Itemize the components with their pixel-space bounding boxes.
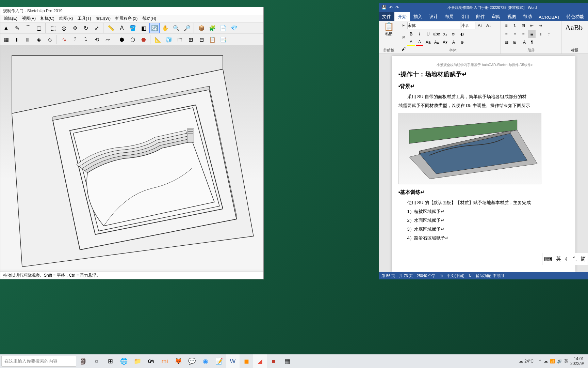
decrease-indent-button[interactable]: ⇤ bbox=[528, 22, 536, 29]
solid-tool-3[interactable]: ⬣ bbox=[138, 34, 149, 45]
font-color-button[interactable]: A bbox=[416, 39, 423, 46]
line-tool[interactable]: ✎ bbox=[12, 23, 22, 33]
font-size-select[interactable] bbox=[461, 22, 475, 29]
app-red-icon[interactable]: ■ bbox=[267, 354, 280, 368]
tray-onedrive-icon[interactable]: ☁ bbox=[544, 359, 548, 364]
tab-help[interactable]: 帮助 bbox=[520, 12, 535, 21]
tab-mailings[interactable]: 邮件 bbox=[473, 12, 488, 21]
status-lang[interactable]: 中文(中国) bbox=[447, 273, 464, 278]
word-taskbar-icon[interactable]: W bbox=[226, 354, 240, 368]
save-icon[interactable]: 💾 bbox=[381, 5, 387, 10]
menu-camera[interactable]: 相机(C) bbox=[38, 15, 56, 22]
cortana-icon[interactable]: ○ bbox=[90, 354, 103, 368]
bold-button[interactable]: B bbox=[407, 30, 415, 38]
bullets-button[interactable]: ≡ bbox=[503, 22, 510, 29]
select-tool[interactable]: ▲ bbox=[1, 23, 11, 33]
menu-window[interactable]: 窗口(W) bbox=[94, 15, 113, 22]
shading-button[interactable]: ▦ bbox=[503, 39, 510, 46]
menu-view[interactable]: 视图(V) bbox=[20, 15, 38, 22]
curve-tool-1[interactable]: ∿ bbox=[59, 34, 69, 45]
wechat-icon[interactable]: 💬 bbox=[185, 354, 199, 368]
component-tool-5[interactable]: ⊟ bbox=[196, 34, 207, 45]
tray-network-icon[interactable]: 📶 bbox=[550, 359, 555, 364]
paste-icon[interactable]: 📋 bbox=[381, 22, 397, 31]
sketchup-titlebar[interactable]: 观制作入门 - SketchUp Pro 2019 bbox=[0, 7, 263, 15]
tray-volume-icon[interactable]: 🔊 bbox=[557, 359, 562, 364]
tray-clock[interactable]: 14:01 2022/9/ bbox=[570, 356, 584, 366]
rectangle-tool[interactable]: ▢ bbox=[34, 23, 44, 33]
scale-tool[interactable]: ⤢ bbox=[92, 23, 102, 33]
zoom-extents-tool[interactable]: 🔎 bbox=[182, 23, 192, 33]
plugin-tool-1[interactable]: ▦ bbox=[1, 34, 11, 45]
store-icon[interactable]: 🛍 bbox=[144, 354, 158, 368]
component-tool-7[interactable]: 📑 bbox=[218, 34, 228, 45]
status-access[interactable]: 辅助功能: 不可用 bbox=[476, 273, 504, 278]
font-name-select[interactable] bbox=[407, 22, 460, 29]
style-preview[interactable]: AaBb bbox=[564, 22, 586, 33]
ime-moon-icon[interactable]: ☾ bbox=[565, 256, 570, 262]
tray-chevron-icon[interactable]: ⌃ bbox=[538, 359, 542, 364]
tab-insert[interactable]: 插入 bbox=[410, 12, 426, 21]
component-tool-3[interactable]: ⬚ bbox=[175, 34, 185, 45]
taskbar-app-icon[interactable]: 🗿 bbox=[76, 354, 90, 368]
plugin-tool-3[interactable]: ⫼ bbox=[23, 34, 33, 45]
orbit-tool[interactable]: 🔄 bbox=[149, 23, 160, 33]
eraser-tool[interactable]: ◧ bbox=[138, 23, 149, 33]
line-spacing-button[interactable]: ↕ bbox=[545, 30, 553, 38]
status-page[interactable]: 第 56 页，共 73 页 bbox=[381, 273, 413, 278]
paint-tool[interactable]: 🪣 bbox=[128, 23, 138, 33]
firefox-icon[interactable]: 🦊 bbox=[172, 354, 185, 368]
char-border-button[interactable]: ⊕ bbox=[458, 39, 466, 46]
arc-tool[interactable]: ⌒ bbox=[23, 23, 33, 33]
ime-floating-bar[interactable]: ⌨ 英 ☾ °, 简 bbox=[542, 253, 588, 265]
offset-tool[interactable]: ◎ bbox=[59, 23, 69, 33]
ruby-icon[interactable]: 💎 bbox=[229, 23, 239, 33]
ime-punct-icon[interactable]: °, bbox=[573, 256, 577, 262]
increase-indent-button[interactable]: ⇥ bbox=[537, 22, 544, 29]
sort-button[interactable]: ↓A bbox=[520, 39, 527, 46]
zoom-tool[interactable]: 🔍 bbox=[171, 23, 181, 33]
strikethrough-button[interactable]: abc bbox=[433, 30, 440, 38]
solid-tool-2[interactable]: ⬡ bbox=[128, 34, 138, 45]
sketchup-viewport[interactable] bbox=[0, 45, 263, 270]
superscript-button[interactable]: x² bbox=[450, 30, 457, 38]
numbering-button[interactable]: ⒈ bbox=[511, 22, 519, 29]
rotate-tool[interactable]: ↻ bbox=[81, 23, 91, 33]
justify-button[interactable]: ≣ bbox=[528, 30, 536, 38]
undo-icon[interactable]: ↶ bbox=[389, 5, 393, 10]
curve-tool-2[interactable]: ⤴ bbox=[70, 34, 80, 45]
taskbar-search[interactable]: 在这里输入你要搜索的内容 bbox=[1, 356, 76, 367]
text-tool[interactable]: A bbox=[117, 23, 127, 33]
extension-icon[interactable]: 🧩 bbox=[207, 23, 217, 33]
app-gray-icon[interactable]: ▦ bbox=[280, 354, 294, 368]
tape-tool[interactable]: 📏 bbox=[106, 23, 116, 33]
change-case-button[interactable]: Aa bbox=[424, 39, 432, 46]
redo-icon[interactable]: ↷ bbox=[395, 5, 399, 10]
sketchup-taskbar-icon[interactable]: ◢ bbox=[253, 354, 267, 368]
subscript-button[interactable]: x₂ bbox=[441, 30, 449, 38]
align-right-button[interactable]: ≡ bbox=[520, 30, 527, 38]
layout-icon[interactable]: 📄 bbox=[218, 23, 228, 33]
tab-home[interactable]: 开始 bbox=[394, 12, 410, 21]
pushpull-tool[interactable]: ⬚ bbox=[48, 23, 58, 33]
menu-draw[interactable]: 绘图(R) bbox=[57, 15, 75, 22]
component-tool-2[interactable]: 🧊 bbox=[164, 34, 174, 45]
plugin-tool-2[interactable]: ⫿ bbox=[12, 34, 22, 45]
curve-tool-4[interactable]: ⟲ bbox=[92, 34, 102, 45]
component-tool-1[interactable]: 📐 bbox=[153, 34, 163, 45]
tab-view[interactable]: 视图 bbox=[504, 12, 520, 21]
curve-tool-5[interactable]: ▱ bbox=[102, 34, 113, 45]
word-document-area[interactable]: 小景观全模简明学习手册基于 AutoCAD-SketchUp插件-D5软件↵ ▪… bbox=[379, 54, 588, 272]
highlight-button[interactable]: A bbox=[407, 39, 415, 46]
align-left-button[interactable]: ≡ bbox=[503, 30, 510, 38]
menu-tools[interactable]: 工具(T) bbox=[76, 15, 93, 22]
align-center-button[interactable]: ≡ bbox=[511, 30, 519, 38]
decrease-font-icon[interactable]: A↓ bbox=[485, 22, 492, 29]
word-titlebar[interactable]: 💾 ↶ ↷ 小景观制作简明入门手册-20220725 [兼容模式] - Word bbox=[379, 3, 588, 12]
ime-lang[interactable]: 英 bbox=[556, 256, 561, 263]
curve-tool-3[interactable]: ⤵ bbox=[81, 34, 91, 45]
tray-ime[interactable]: 英 bbox=[564, 358, 568, 364]
grow-font-button[interactable]: A▴ bbox=[433, 39, 440, 46]
text-effects-button[interactable]: A bbox=[450, 39, 457, 46]
distribute-button[interactable]: ⫴ bbox=[537, 30, 544, 38]
